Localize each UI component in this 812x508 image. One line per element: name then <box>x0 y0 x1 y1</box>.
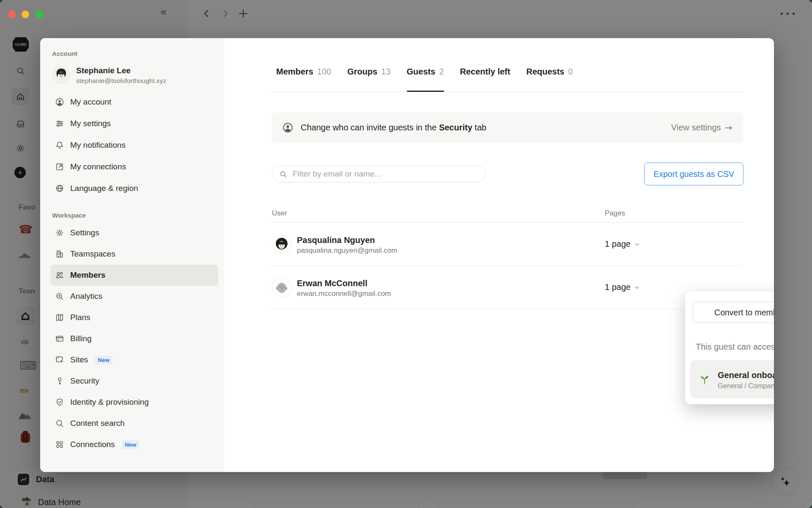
guest-pages-dropdown[interactable]: 1 page <box>605 282 743 292</box>
sidebar-item-label: My account <box>70 97 111 107</box>
invite-guests-banner: Change who can invite guests in the Secu… <box>272 112 743 143</box>
tab-count: 13 <box>381 67 390 77</box>
tab-label: Requests <box>526 67 564 77</box>
accessible-page-item[interactable]: General onboarding General / Company Hom… <box>690 360 774 398</box>
sidebar-item-label: Plans <box>70 313 91 322</box>
sidebar-item-language-region[interactable]: Language & region <box>51 177 218 199</box>
sidebar-item-my-account[interactable]: My account <box>51 91 218 113</box>
guest-actions-popover: Convert to member Remove This guest can … <box>685 291 774 404</box>
tab-label: Groups <box>347 67 377 77</box>
sidebar-item-settings[interactable]: Settings <box>51 222 218 243</box>
key-icon <box>55 376 64 386</box>
browser-cursor-icon <box>55 355 64 364</box>
tab-count: 0 <box>568 67 573 77</box>
sidebar-item-label: Identity & provisioning <box>70 398 149 407</box>
chevron-down-icon <box>634 284 640 290</box>
tab-members[interactable]: Members100 <box>276 67 331 91</box>
sidebar-item-label: Sites <box>70 355 88 364</box>
pages-count: 1 page <box>605 282 631 292</box>
sliders-icon <box>55 119 64 128</box>
gear-icon <box>55 228 64 237</box>
sidebar-item-label: My notifications <box>70 141 126 150</box>
sidebar-item-label: Members <box>70 271 105 280</box>
guest-filter-field[interactable] <box>272 166 486 182</box>
sidebar-item-plans[interactable]: Plans <box>51 307 218 328</box>
profile-email: stephanie@toolsforthought.xyz <box>76 77 166 85</box>
sidebar-item-identity-provisioning[interactable]: Identity & provisioning <box>51 392 218 413</box>
avatar <box>272 235 291 254</box>
guest-email: erwan.mcconnell@gmail.com <box>297 290 391 298</box>
close-window-button[interactable] <box>8 11 16 18</box>
pages-count: 1 page <box>605 239 631 249</box>
minimize-window-button[interactable] <box>22 11 29 18</box>
arrow-right-icon: → <box>725 123 732 133</box>
new-badge: New <box>95 356 112 364</box>
sidebar-item-label: Language & region <box>70 184 138 193</box>
zoom-window-button[interactable] <box>36 11 43 18</box>
guest-name: Pasqualina Nguyen <box>297 234 397 246</box>
sidebar-item-label: Settings <box>70 228 99 237</box>
members-settings-main: Members100 Groups13 Guests2 Recently lef… <box>224 38 774 472</box>
guests-table-header: User Pages <box>272 204 743 223</box>
sidebar-item-sites[interactable]: Sites New <box>51 349 218 370</box>
sidebar-item-security[interactable]: Security <box>51 370 218 392</box>
map-icon <box>55 313 64 322</box>
sidebar-item-label: Content search <box>70 419 125 428</box>
tab-groups[interactable]: Groups13 <box>347 67 390 91</box>
members-people-icon <box>55 271 64 280</box>
sidebar-item-my-settings[interactable]: My settings <box>51 113 218 134</box>
seedling-icon <box>699 373 710 385</box>
magnifier-icon <box>55 419 64 428</box>
tab-label: Guests <box>407 67 436 77</box>
view-settings-label: View settings <box>671 123 721 133</box>
settings-dialog: Account Stephanie Lee stephanie@toolsfor… <box>40 38 774 472</box>
tab-requests[interactable]: Requests0 <box>526 67 573 91</box>
sidebar-item-label: Analytics <box>70 292 102 301</box>
export-guests-csv-button[interactable]: Export guests as CSV <box>644 163 743 185</box>
guest-row[interactable]: Erwan McConnell erwan.mcconnell@gmail.co… <box>272 266 743 309</box>
column-header-pages: Pages <box>605 209 743 218</box>
sidebar-item-teamspaces[interactable]: Teamspaces <box>51 243 218 265</box>
person-circle-icon <box>282 122 294 133</box>
guest-name: Erwan McConnell <box>297 277 391 290</box>
avatar <box>52 66 71 84</box>
sidebar-item-connections[interactable]: Connections New <box>51 434 218 455</box>
column-header-user: User <box>272 209 605 218</box>
sidebar-item-members[interactable]: Members <box>51 265 218 286</box>
tab-label: Recently left <box>460 67 510 77</box>
sidebar-item-label: Teamspaces <box>70 249 115 259</box>
tab-count: 2 <box>439 67 444 77</box>
tab-count: 100 <box>317 67 331 77</box>
sidebar-item-analytics[interactable]: Analytics <box>51 286 218 307</box>
guests-toolbar: Export guests as CSV <box>272 163 743 185</box>
desktop: ACME + Favo ☎ Tean ⌂ ☕ ⌨ ✏ <box>0 0 812 508</box>
globe-icon <box>55 184 64 193</box>
page-title: General onboarding <box>718 369 774 382</box>
sidebar-item-my-notifications[interactable]: My notifications <box>51 134 218 156</box>
sidebar-item-my-connections[interactable]: My connections <box>51 156 218 177</box>
box-arrow-icon <box>55 162 64 171</box>
settings-sidebar: Account Stephanie Lee stephanie@toolsfor… <box>40 38 224 472</box>
account-profile[interactable]: Stephanie Lee stephanie@toolsforthought.… <box>52 63 218 87</box>
profile-name: Stephanie Lee <box>76 65 166 77</box>
shield-check-icon <box>55 398 64 407</box>
sidebar-item-label: Connections <box>70 440 115 449</box>
page-path: General / Company Home <box>718 382 774 390</box>
guest-pages-dropdown[interactable]: 1 page <box>605 239 743 249</box>
search-icon <box>279 170 287 178</box>
credit-card-icon <box>55 334 64 343</box>
new-badge: New <box>122 440 140 449</box>
sidebar-item-billing[interactable]: Billing <box>51 328 218 349</box>
sidebar-item-content-search[interactable]: Content search <box>51 413 218 434</box>
building-icon <box>55 249 64 259</box>
guest-email: pasqualina.nguyen@gmail.com <box>297 246 397 255</box>
convert-to-member-button[interactable]: Convert to member <box>693 302 774 323</box>
grid-icon <box>55 440 64 449</box>
magnifier-plus-icon <box>55 292 64 301</box>
popover-caption: This guest can access this page: <box>696 342 774 352</box>
tab-guests[interactable]: Guests2 <box>407 67 444 91</box>
tab-recently-left[interactable]: Recently left <box>460 67 510 91</box>
guest-filter-input[interactable] <box>292 169 478 179</box>
view-settings-link[interactable]: View settings → <box>671 123 732 133</box>
guest-row[interactable]: Pasqualina Nguyen pasqualina.nguyen@gmai… <box>272 223 743 266</box>
